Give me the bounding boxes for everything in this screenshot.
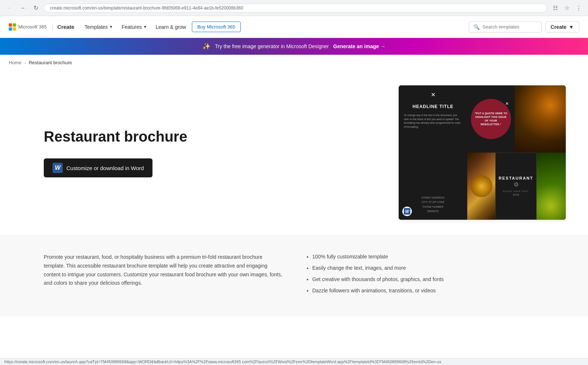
browser-actions: ☷ ☆ ⋮ — [550, 3, 584, 13]
search-bar[interactable]: 🔍 — [469, 22, 542, 32]
translate-button[interactable]: ☷ — [550, 3, 560, 13]
preview-restaurant-sub: PLACE YOUR TEXT — [503, 190, 529, 192]
banner-cta-label: Generate an image — [333, 43, 379, 49]
features-list: 100% fully customizable template Easily … — [305, 253, 544, 298]
refresh-button[interactable]: ↻ — [31, 3, 41, 13]
breadcrumb-home[interactable]: Home — [9, 60, 22, 65]
nav-features[interactable]: Features ▼ — [117, 21, 151, 33]
back-button[interactable]: ← — [4, 3, 15, 13]
preview-top-right-area: ✕ "PUT A QUOTE HERE TO HIGHLIGHT THIS IS… — [467, 85, 566, 153]
logo-sq-red — [9, 23, 12, 27]
feature-item: Dazzle followers with animations, transi… — [312, 287, 544, 295]
ms-logo[interactable]: Microsoft 365 — [9, 23, 47, 31]
magic-wand-icon: ✨ — [202, 42, 210, 50]
preview-card: ✕ HEADLINE TITLE To change any of the te… — [398, 85, 566, 220]
preview-restaurant-name-card: RESTAURANT ⚙ PLACE YOUR TEXT 2016 — [495, 153, 537, 220]
preview-quote-circle: ✕ "PUT A QUOTE HERE TO HIGHLIGHT THIS IS… — [471, 99, 511, 139]
breadcrumb-current: Restaurant brochure — [29, 60, 72, 65]
preview-bottom-right-area: RESTAURANT ⚙ PLACE YOUR TEXT 2016 — [467, 153, 566, 220]
search-icon: 🔍 — [473, 24, 480, 30]
breadcrumb: Home › Restaurant brochure — [0, 55, 588, 70]
banner-cta-link[interactable]: Generate an image → — [333, 43, 386, 49]
search-input[interactable] — [483, 24, 537, 30]
preview-address: STREET ADDRESSCITY, ST ZIP CODEPHONE NUM… — [422, 196, 445, 214]
logo-sq-yellow — [13, 27, 16, 31]
word-icon: W — [53, 163, 63, 173]
preview-food-top-image — [515, 85, 566, 153]
preview-body-text: To change any of the text in this docume… — [404, 114, 462, 129]
download-btn-label: Customize or download in Word — [66, 165, 144, 171]
header-divider — [53, 23, 53, 31]
template-info: Restaurant brochure W Customize or downl… — [44, 128, 187, 177]
bookmark-button[interactable]: ☆ — [562, 3, 572, 13]
create-dropdown-button[interactable]: Create ▼ — [545, 22, 579, 32]
preview-restaurant-icon: ⚙ — [514, 181, 519, 188]
forward-button[interactable]: → — [18, 3, 28, 13]
description-section: Promote your restaurant, food, or hospit… — [0, 235, 588, 316]
nav-features-label: Features — [121, 24, 142, 30]
chevron-down-icon: ▼ — [109, 25, 113, 29]
header-right: 🔍 Create ▼ — [469, 22, 579, 32]
preview-quote-area: ✕ "PUT A QUOTE HERE TO HIGHLIGHT THIS IS… — [467, 85, 515, 153]
description-text: Promote your restaurant, food, or hospit… — [44, 253, 283, 288]
preview-x-circle-icon: ✕ — [505, 101, 509, 106]
preview-left-panel: ✕ HEADLINE TITLE To change any of the te… — [399, 85, 467, 220]
preview-headline: HEADLINE TITLE — [413, 104, 453, 109]
nav-templates[interactable]: Templates ▼ — [80, 21, 117, 33]
template-title: Restaurant brochure — [44, 128, 187, 145]
preview-right-panel: ✕ "PUT A QUOTE HERE TO HIGHLIGHT THIS IS… — [467, 85, 566, 220]
breadcrumb-separator: › — [24, 60, 26, 65]
preview-x-icon: ✕ — [431, 91, 436, 98]
url-text: create.microsoft.com/en-us/template/rest… — [50, 5, 243, 11]
create-dropdown-label: Create — [551, 24, 567, 30]
chevron-down-icon: ▼ — [143, 25, 147, 29]
ms-logo-squares — [9, 23, 16, 31]
arrow-icon: → — [380, 43, 386, 49]
ms365-label: Microsoft 365 — [18, 24, 47, 30]
logo-sq-green — [13, 23, 16, 27]
feature-item: Easily change the text, images, and more — [312, 264, 544, 272]
nav-learn-grow[interactable]: Learn & grow — [151, 21, 190, 33]
promo-banner: ✨ Try the free image generator in Micros… — [0, 38, 588, 55]
site-header: Microsoft 365 Create Templates ▼ Feature… — [0, 16, 588, 38]
nav-templates-label: Templates — [85, 24, 108, 30]
preview-restaurant-name: RESTAURANT — [499, 176, 533, 180]
download-word-button[interactable]: W Customize or download in Word — [44, 158, 152, 177]
feature-item: Get creative with thousands of photos, g… — [312, 276, 544, 283]
more-button[interactable]: ⋮ — [573, 3, 584, 13]
template-preview: ✕ HEADLINE TITLE To change any of the te… — [398, 85, 566, 220]
preview-quote-text: "PUT A QUOTE HERE TO HIGHLIGHT THIS ISSU… — [471, 108, 511, 130]
create-label: Create — [57, 24, 74, 30]
preview-food-bowl-image — [467, 153, 495, 220]
buy-ms365-button[interactable]: Buy Microsoft 365 — [192, 22, 241, 32]
main-content: Restaurant brochure W Customize or downl… — [0, 70, 588, 235]
feature-item: 100% fully customizable template — [312, 253, 544, 261]
chevron-down-icon: ▼ — [569, 24, 574, 30]
preview-herbs-image — [537, 153, 566, 220]
preview-word-badge: W — [402, 207, 412, 216]
preview-inner: ✕ HEADLINE TITLE To change any of the te… — [399, 85, 566, 220]
logo-sq-blue — [9, 27, 12, 31]
browser-chrome: ← → ↻ create.microsoft.com/en-us/templat… — [0, 0, 588, 16]
preview-restaurant-year: 2016 — [513, 193, 519, 196]
preview-word-badge-inner: W — [404, 208, 410, 215]
address-bar[interactable]: create.microsoft.com/en-us/template/rest… — [44, 4, 547, 12]
banner-text: Try the free image generator in Microsof… — [215, 43, 329, 49]
nav-learn-grow-label: Learn & grow — [156, 24, 186, 30]
